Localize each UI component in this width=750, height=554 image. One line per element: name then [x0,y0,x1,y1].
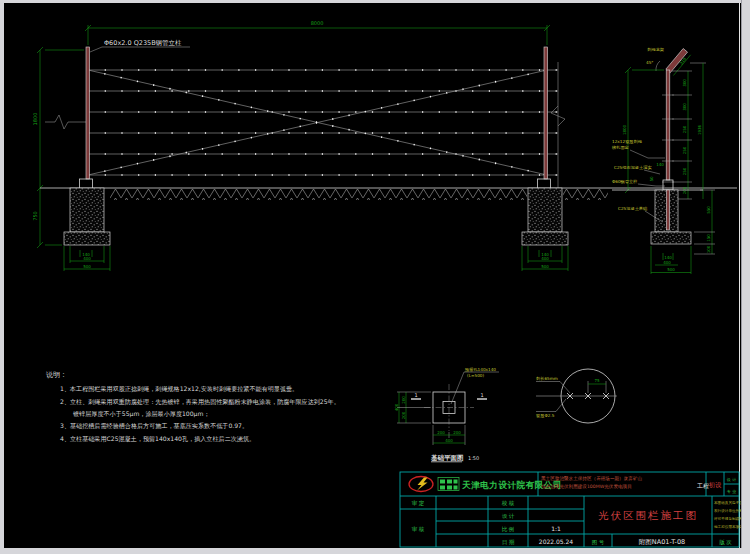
elevation-view: 8000 Φ60x2.0 Q235B钢管立柱 1800 750 [32,20,737,271]
side-found-dims: 550 150 100 [694,190,715,254]
barb-spacing-dim: 75 [594,378,600,383]
wire-spec-label: 双股Φ2.5 [536,413,555,418]
svg-text:400: 400 [663,260,671,265]
barbed-wires [88,70,558,175]
note-item: 1、本工程围栏采用双股正捻刺绳，刺绳规格12x12,安装时刺绳要拉紧不能有明显弧… [60,385,298,393]
side-seg-dims: 300 300 250 250 250 200 [672,71,692,199]
side-base-dims: 140 400 500 [651,246,691,274]
note-item: 2、立柱、刺绳采用双重防腐处理：先热镀锌，再采用热固性聚酯粉末静电涂装，防腐年限… [60,398,340,406]
right-post [544,47,548,179]
row-bili: 比 例 [502,526,515,533]
ground-hatch [110,189,527,200]
svg-text:C25混凝土基础: C25混凝土基础 [618,206,647,211]
side-post [666,70,670,180]
project-line2: 综合治理光伏利用建设100MW光伏发电项目 [541,483,632,490]
cad-window: 8000 Φ60x2.0 Q235B钢管立柱 1800 750 [0,0,750,554]
stage-value: 初设 [709,481,722,488]
svg-text:100: 100 [706,245,711,253]
left-foundation [70,188,104,232]
stage-col-b: 专 业 [727,489,736,494]
foundation-plan: 1 1 预留孔140x140 (L=500) 200 200 400 200 2… [394,367,500,463]
left-post [86,47,90,179]
svg-text:400: 400 [541,256,549,261]
svg-text:Φ60钢管立柱: Φ60钢管立柱 [612,179,637,184]
svg-text:12x12双股刺绳: 12x12双股刺绳 [612,139,643,144]
svg-text:50: 50 [649,176,654,182]
scale-value: 1:1 [551,525,561,532]
project-label: 工程 [697,482,709,489]
side-dim-total: 1936 [697,124,702,135]
svg-text:500: 500 [667,267,675,272]
section-mark-right: 1 [480,392,483,398]
svg-text:200: 200 [401,411,406,419]
project-line1: 黑土区整治暨水土保持区（养殖场一期）废弃矿山 [541,475,642,482]
window-edge-left [0,0,4,554]
svg-text:300: 300 [682,79,687,87]
svg-text:400: 400 [394,403,399,411]
window-edge-bottom [0,548,750,554]
plan-scale: 1:50 [468,455,479,461]
barb-length-label: 刺长65mm [536,376,558,381]
window-edge-right [741,0,750,554]
side-dim-1800: 1800 [622,124,627,135]
left-base-dims: 140 400 500 [64,246,110,271]
rev-label: 版 次 [719,539,732,546]
dim-8000: 8000 [311,20,324,26]
svg-text:250: 250 [682,125,687,133]
drawing-canvas[interactable]: 8000 Φ60x2.0 Q235B钢管立柱 1800 750 [0,0,750,554]
plan-caption: 基础平面图 [431,454,464,462]
right-base-dims: 140 400 500 [522,246,568,271]
right-post-sleeve [538,179,551,189]
svg-text:140: 140 [656,162,664,167]
svg-text:绑扎固定: 绑扎固定 [612,145,629,150]
dim-1800: 1800 [32,113,38,126]
lightning-bolt-icon [417,478,428,491]
number-label: 图 号 [592,539,605,546]
note-item: 镀锌层厚度不小于55μm，涂层最小厚度100μm； [72,410,210,418]
row-riqi: 日 期 [502,539,515,546]
company-logo [409,477,433,492]
svg-text:200: 200 [453,430,461,435]
company-emblem [438,478,459,491]
svg-text:500: 500 [83,264,91,269]
note-item: 3、基础挖槽后需经验槽合格后方可施工，基底压实系数不低于0.97。 [60,422,248,430]
svg-text:200: 200 [437,430,445,435]
post-spec-label: Φ60x2.0 Q235B钢管立柱 [104,39,182,47]
svg-text:550: 550 [706,206,711,214]
angle-label: 45° [646,60,653,65]
drawing-number: 附图NA01-T-08 [639,538,685,546]
note-item: 4、立柱基础采用C25混凝土，预留140x140孔，插入立柱后二次浇筑。 [60,435,255,443]
side-view: 45° 刺绳支架 310 1800 300 300 25 [612,47,715,274]
svg-text:500: 500 [541,264,549,269]
left-post-sleeve [80,179,93,189]
svg-text:300: 300 [682,103,687,111]
svg-text:400: 400 [445,438,453,443]
row-shending: 审 定 [412,500,425,507]
date-value: 2022.05.24 [539,538,574,545]
svg-text:C25细石混凝土灌实: C25细石混凝土灌实 [614,165,652,170]
notes-block: 说明： 1、本工程围栏采用双股正捻刺绳，刺绳规格12x12,安装时刺绳要拉紧不能… [46,371,340,443]
right-foundation [528,188,562,232]
angle-arc [656,61,660,71]
dim-750: 750 [32,211,38,221]
hole-leader: 预留孔140x140 [464,367,496,373]
side-base-plate [663,180,673,190]
svg-text:250: 250 [682,167,687,175]
wire-detail: 75 刺长65mm 双股Φ2.5 [536,369,617,423]
svg-text:(L=500): (L=500) [467,373,484,378]
svg-text:150: 150 [706,234,711,242]
svg-text:250: 250 [682,146,687,154]
row-sheji: 设 计 [502,513,515,519]
row-jiaohe: 校 核 [501,500,515,506]
drawing-title: 光伏区围栏施工图 [598,509,698,521]
title-block: 天津电力设计院有限公司 黑土区整治暨水土保持区（养殖场一期）废弃矿山 综合治理光… [400,472,750,547]
window-edge-top [0,0,750,3]
arm-label: 刺绳支架 [647,47,665,52]
break-mark-left [45,115,86,129]
svg-text:200: 200 [401,396,406,404]
notes-title: 说明： [46,371,67,379]
stage-col-a: 设 计 [727,477,736,482]
row-shenhe: 审 核 [412,526,425,532]
section-mark-left: 1 [414,392,417,398]
svg-text:400: 400 [83,256,91,261]
